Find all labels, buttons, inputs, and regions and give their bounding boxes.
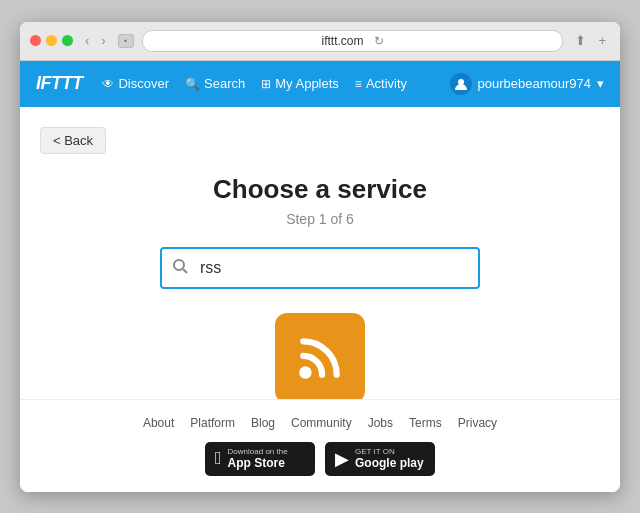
svg-point-1 <box>174 260 184 270</box>
footer-community[interactable]: Community <box>291 416 352 430</box>
maximize-button[interactable] <box>62 35 73 46</box>
browser-actions: ⬆ + <box>571 31 610 50</box>
reload-button[interactable]: ↻ <box>374 34 384 48</box>
footer-terms[interactable]: Terms <box>409 416 442 430</box>
search-nav-icon: 🔍 <box>185 77 200 91</box>
browser-nav: ‹ › <box>81 31 110 50</box>
page-title: Choose a service <box>213 174 427 205</box>
nav-links: 👁 Discover 🔍 Search ⊞ My Applets ≡ Activ… <box>102 76 449 91</box>
my-applets-link[interactable]: ⊞ My Applets <box>261 76 339 91</box>
back-nav-button[interactable]: ‹ <box>81 31 93 50</box>
footer-privacy[interactable]: Privacy <box>458 416 497 430</box>
page-subtitle: Step 1 of 6 <box>286 211 354 227</box>
services-grid: RSS Feed <box>275 313 365 399</box>
footer-blog[interactable]: Blog <box>251 416 275 430</box>
add-tab-button[interactable]: + <box>594 31 610 50</box>
grid-icon: ⊞ <box>261 77 271 91</box>
main-content: < Back Choose a service Step 1 of 6 <box>20 107 620 399</box>
footer-about[interactable]: About <box>143 416 174 430</box>
app-store-badge[interactable]:  Download on the App Store <box>205 442 315 476</box>
service-card-rss[interactable]: RSS Feed <box>275 313 365 399</box>
activity-link[interactable]: ≡ Activity <box>355 76 407 91</box>
url-bar[interactable]: ifttt.com ↻ <box>142 30 564 52</box>
minimize-button[interactable] <box>46 35 57 46</box>
browser-window: ‹ › ▪ ifttt.com ↻ ⬆ + IFTTT 👁 Discover 🔍… <box>20 22 620 492</box>
list-icon: ≡ <box>355 77 362 91</box>
brand-logo[interactable]: IFTTT <box>36 73 82 94</box>
search-container <box>160 247 480 289</box>
search-input[interactable] <box>160 247 480 289</box>
google-play-badge[interactable]: ▶ GET IT ON Google play <box>325 442 435 476</box>
share-button[interactable]: ⬆ <box>571 31 590 50</box>
discover-link[interactable]: 👁 Discover <box>102 76 169 91</box>
svg-point-3 <box>299 366 312 379</box>
back-button[interactable]: < Back <box>40 127 106 154</box>
traffic-lights <box>30 35 73 46</box>
close-button[interactable] <box>30 35 41 46</box>
forward-nav-button[interactable]: › <box>97 31 109 50</box>
app-navbar: IFTTT 👁 Discover 🔍 Search ⊞ My Applets ≡… <box>20 61 620 107</box>
svg-line-2 <box>183 269 187 273</box>
footer-platform[interactable]: Platform <box>190 416 235 430</box>
browser-chrome: ‹ › ▪ ifttt.com ↻ ⬆ + <box>20 22 620 61</box>
google-play-text: GET IT ON Google play <box>355 447 424 471</box>
avatar <box>450 73 472 95</box>
apple-icon:  <box>215 448 222 469</box>
search-link[interactable]: 🔍 Search <box>185 76 245 91</box>
user-menu[interactable]: pourbebeamour974 ▾ <box>450 73 604 95</box>
app-store-text: Download on the App Store <box>228 447 288 471</box>
app-badges:  Download on the App Store ▶ GET IT ON … <box>205 442 435 476</box>
footer: About Platform Blog Community Jobs Terms… <box>20 399 620 492</box>
window-icon: ▪ <box>118 34 134 48</box>
eye-icon: 👁 <box>102 77 114 91</box>
search-icon <box>172 258 188 278</box>
google-play-icon: ▶ <box>335 448 349 470</box>
rss-service-icon <box>275 313 365 399</box>
footer-links: About Platform Blog Community Jobs Terms… <box>143 416 497 430</box>
url-text: ifttt.com <box>322 34 364 48</box>
footer-jobs[interactable]: Jobs <box>368 416 393 430</box>
